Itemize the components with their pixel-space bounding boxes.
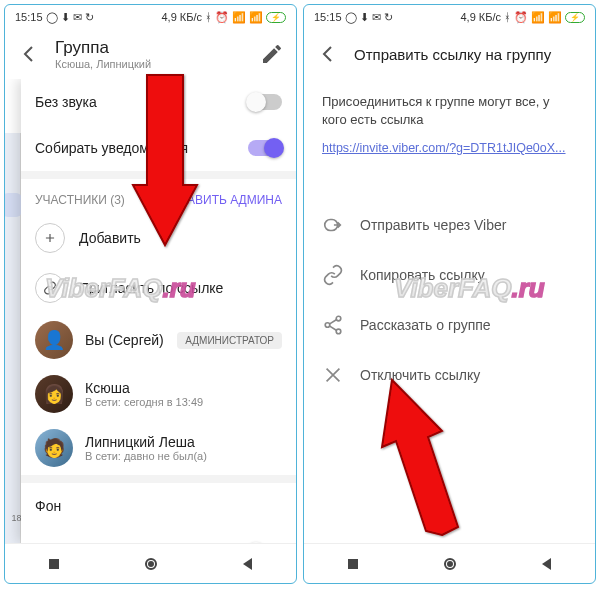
- row-geometry[interactable]: Добавлять геометрию: [21, 529, 296, 543]
- wifi-icon: 📶: [249, 11, 263, 24]
- send-icon: [322, 214, 344, 236]
- edit-button[interactable]: [260, 42, 284, 66]
- nav-home[interactable]: [442, 556, 458, 572]
- nav-bar: [304, 543, 595, 583]
- signal-icon: 📶: [232, 11, 246, 24]
- header: Отправить ссылку на группу: [304, 29, 595, 79]
- invite-link[interactable]: https://invite.viber.com/?g=DTR1tJIQe0oX…: [322, 141, 566, 155]
- plus-icon: [35, 223, 65, 253]
- members-section-header: УЧАСТНИКИ (3) ДОБАВИТЬ АДМИНА: [21, 179, 296, 213]
- svg-point-9: [448, 562, 452, 566]
- page-title: Отправить ссылку на группу: [354, 46, 551, 63]
- header: Группа Ксюша, Липницкий: [5, 29, 296, 79]
- alarm-icon: ⏰: [215, 11, 229, 24]
- share-icon: [322, 314, 344, 336]
- add-admin-link[interactable]: ДОБАВИТЬ АДМИНА: [162, 193, 282, 207]
- back-button[interactable]: [17, 42, 41, 66]
- nav-home[interactable]: [143, 556, 159, 572]
- status-bar: 15:15 ◯ ⬇✉↻ 4,9 КБ/с ᚼ ⏰ 📶 📶 ⚡: [5, 5, 296, 29]
- page-subtitle: Ксюша, Липницкий: [55, 58, 246, 70]
- status-time: 15:15: [15, 11, 43, 23]
- content: 18:57 Без звука Собирать уведомления УЧА…: [5, 79, 296, 543]
- yandex-icon: ◯: [46, 11, 58, 24]
- svg-rect-7: [348, 559, 358, 569]
- row-collect-notifications[interactable]: Собирать уведомления: [21, 125, 296, 171]
- phone-right: 15:15 ◯⬇✉↻ 4,9 КБ/с ᚼ⏰📶📶 ⚡ Отправить ссы…: [303, 4, 596, 584]
- row-mute[interactable]: Без звука: [21, 79, 296, 125]
- row-background[interactable]: Фон: [21, 483, 296, 529]
- chat-background-peek: 18:57: [5, 133, 21, 543]
- status-bar: 15:15 ◯⬇✉↻ 4,9 КБ/с ᚼ⏰📶📶 ⚡: [304, 5, 595, 29]
- avatar: 🧑: [35, 429, 73, 467]
- svg-point-2: [149, 562, 153, 566]
- back-button[interactable]: [316, 42, 340, 66]
- link-icon: [35, 273, 65, 303]
- nav-recent[interactable]: [345, 556, 361, 572]
- svg-rect-0: [49, 559, 59, 569]
- status-speed: 4,9 КБ/с: [161, 11, 202, 23]
- avatar: 👩: [35, 375, 73, 413]
- nav-back[interactable]: [539, 556, 555, 572]
- member-2[interactable]: 🧑 Липницкий Леша В сети: давно не был(а): [21, 421, 296, 475]
- bluetooth-icon: ᚼ: [205, 11, 212, 23]
- action-copy-link[interactable]: Копировать ссылку: [304, 250, 595, 300]
- nav-recent[interactable]: [46, 556, 62, 572]
- admin-badge: АДМИНИСТРАТОР: [177, 332, 282, 349]
- content: Присоединиться к группе могут все, у ког…: [304, 79, 595, 543]
- avatar: 👤: [35, 321, 73, 359]
- action-send-viber[interactable]: Отправить через Viber: [304, 200, 595, 250]
- mute-toggle[interactable]: [248, 94, 282, 110]
- row-add-member[interactable]: Добавить: [21, 213, 296, 263]
- nav-bar: [5, 543, 296, 583]
- status-speed: 4,9 КБ/с: [460, 11, 501, 23]
- member-self[interactable]: 👤 Вы (Сергей) АДМИНИСТРАТОР: [21, 313, 296, 367]
- action-disable-link[interactable]: Отключить ссылку: [304, 350, 595, 400]
- action-share[interactable]: Рассказать о группе: [304, 300, 595, 350]
- battery-icon: ⚡: [266, 12, 286, 23]
- row-invite-link[interactable]: Пригласить по ссылке: [21, 263, 296, 313]
- phone-left: 15:15 ◯ ⬇✉↻ 4,9 КБ/с ᚼ ⏰ 📶 📶 ⚡ Группа Кс…: [4, 4, 297, 584]
- link-icon: [322, 264, 344, 286]
- collect-toggle[interactable]: [248, 140, 282, 156]
- status-time: 15:15: [314, 11, 342, 23]
- close-icon: [322, 364, 344, 386]
- page-title: Группа: [55, 38, 246, 58]
- member-1[interactable]: 👩 Ксюша В сети: сегодня в 13:49: [21, 367, 296, 421]
- nav-back[interactable]: [240, 556, 256, 572]
- link-help-box: Присоединиться к группе могут все, у ког…: [304, 79, 595, 172]
